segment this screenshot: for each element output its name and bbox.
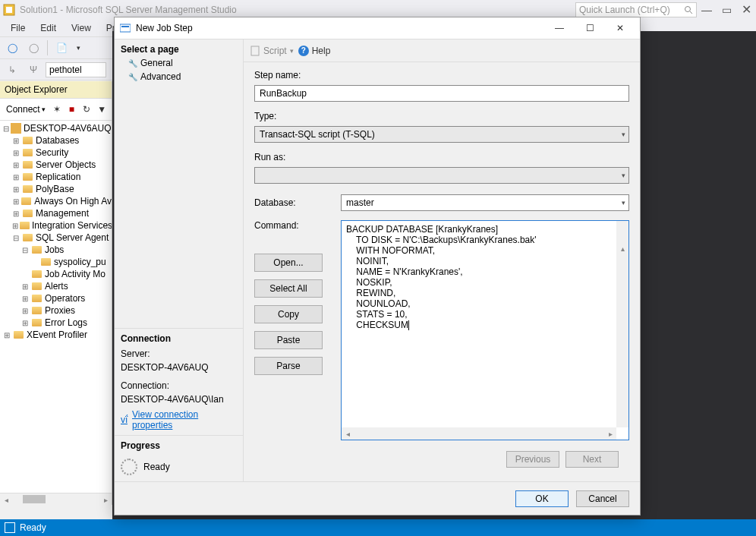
svg-line-3 [690, 11, 692, 14]
expand-icon[interactable]: ⊞ [21, 295, 29, 303]
stop-icon[interactable]: ■ [65, 101, 79, 118]
collapse-icon[interactable]: ⊟ [3, 125, 9, 133]
status-icon [5, 522, 15, 533]
dialog-maximize-button[interactable]: ☐ [575, 18, 605, 38]
tree-node[interactable]: Job Activity Mo [0, 268, 112, 280]
progress-status: Ready [143, 462, 170, 472]
scroll-left-icon[interactable]: ◂ [0, 493, 12, 506]
expand-icon[interactable]: ⊞ [12, 210, 20, 218]
command-textarea[interactable]: BACKUP DATABASE [KrankyKranes] TO DISK =… [341, 220, 629, 440]
horizontal-scrollbar[interactable]: ◂ ▸ [0, 493, 112, 505]
expand-icon[interactable]: ⊞ [12, 185, 20, 194]
expand-icon[interactable]: ⊞ [12, 173, 20, 181]
expand-icon[interactable]: ⊞ [12, 222, 18, 230]
expand-icon[interactable]: ⊞ [21, 307, 29, 315]
next-button[interactable]: Next [565, 451, 619, 468]
chevron-down-icon: ▾ [622, 131, 625, 138]
vertical-scrollbar[interactable]: ▴ [616, 221, 628, 427]
main-title: Solution1 - Microsoft SQL Server Managem… [20, 5, 237, 15]
tree-node[interactable]: syspolicy_pu [0, 256, 112, 268]
script-button[interactable]: Script ▾ [250, 46, 294, 56]
scroll-right-icon[interactable]: ▸ [99, 493, 112, 506]
tree-node[interactable]: ⊞Databases [0, 134, 112, 147]
database-selector-input[interactable] [46, 62, 106, 77]
runas-combo[interactable]: ▾ [254, 167, 629, 184]
scroll-right-icon[interactable]: ▸ [604, 427, 616, 440]
open-button[interactable]: Open... [254, 254, 323, 272]
tree-node-xevent[interactable]: ⊞ XEvent Profiler [0, 329, 112, 341]
expand-icon[interactable]: ⊟ [21, 246, 29, 254]
ok-button[interactable]: OK [515, 490, 569, 507]
help-button[interactable]: ? Help [298, 46, 331, 56]
expand-icon[interactable]: ⊞ [12, 161, 20, 169]
step-name-input[interactable] [254, 85, 629, 102]
fork-icon[interactable]: Ψ [24, 61, 43, 78]
tree-node[interactable]: ⊟Jobs [0, 244, 112, 256]
tree-node[interactable]: ⊞Management [0, 207, 112, 219]
scrollbar-thumb[interactable] [23, 495, 46, 503]
page-advanced[interactable]: 🔧Advanced [115, 70, 243, 84]
scroll-left-icon[interactable]: ◂ [342, 427, 354, 440]
folder-icon [30, 281, 43, 292]
view-connection-link[interactable]: vḯView connection properties [121, 406, 237, 430]
cancel-button[interactable]: Cancel [576, 490, 629, 507]
expand-icon[interactable]: ⊞ [12, 197, 19, 206]
expand-icon[interactable]: ⊞ [12, 137, 20, 145]
menu-file[interactable]: File [3, 21, 33, 35]
expand-icon[interactable]: ⊞ [12, 149, 20, 157]
folder-icon [21, 208, 33, 219]
tree-node[interactable]: ⊞PolyBase [0, 183, 112, 195]
database-combo[interactable]: master▾ [341, 194, 629, 211]
toolbar-dropdown-icon[interactable]: ▾ [74, 39, 83, 56]
object-explorer-tree[interactable]: ⊟ DESKTOP-4AV6AUQ (SQ ⊞Databases⊞Securit… [0, 121, 112, 342]
disconnect-icon[interactable]: ✶ [50, 101, 64, 118]
dialog-sidebar: Select a page 🔧General 🔧Advanced Connect… [115, 39, 244, 481]
tree-node[interactable]: ⊞Replication [0, 171, 112, 183]
nav-back-button[interactable]: ◯ [3, 39, 21, 56]
expand-icon[interactable]: ⊞ [3, 331, 11, 339]
tree-node[interactable]: ⊞Error Logs [0, 317, 112, 329]
close-button[interactable]: ✕ [736, 0, 756, 20]
tree-node[interactable]: ⊞Alerts [0, 280, 112, 292]
tree-node[interactable]: ⊞Integration Services [0, 219, 112, 232]
dialog-close-button[interactable]: ✕ [605, 18, 635, 38]
filter-icon[interactable]: ▼ [95, 101, 109, 118]
tree-node[interactable]: ⊞Proxies [0, 304, 112, 317]
quick-launch-input[interactable]: Quick Launch (Ctrl+Q) [575, 2, 697, 17]
object-explorer: Object Explorer Connect▾ ✶ ■ ↻ ▼ ⊟ DESKT… [0, 81, 112, 505]
tree-node[interactable]: ⊞Security [0, 147, 112, 159]
tree-node[interactable]: ⊞Always On High Av [0, 195, 112, 207]
horizontal-scrollbar[interactable]: ◂ ▸ [342, 427, 616, 440]
previous-button[interactable]: Previous [506, 451, 559, 468]
progress-body: Ready [115, 452, 243, 481]
script-icon [250, 46, 260, 56]
select-all-button[interactable]: Select All [254, 279, 323, 298]
tree-node[interactable]: ⊟SQL Server Agent [0, 232, 112, 244]
connect-button[interactable]: Connect▾ [3, 102, 49, 116]
minimize-button[interactable]: — [697, 0, 717, 20]
page-general[interactable]: 🔧General [115, 56, 243, 70]
text-caret [408, 320, 409, 330]
dialog-minimize-button[interactable]: — [544, 18, 575, 38]
expand-icon[interactable]: ⊞ [21, 319, 29, 327]
refresh-icon[interactable]: ↻ [80, 101, 93, 118]
nav-fwd-button[interactable]: ◯ [24, 39, 43, 56]
expand-icon[interactable]: ⊞ [21, 282, 29, 291]
parse-button[interactable]: Parse [254, 357, 323, 375]
tree-node[interactable]: ⊞Server Objects [0, 159, 112, 171]
scroll-up-icon[interactable]: ▴ [616, 242, 628, 254]
copy-button[interactable]: Copy [254, 305, 323, 323]
new-query-button[interactable]: 📄 [52, 39, 71, 56]
tree-root[interactable]: ⊟ DESKTOP-4AV6AUQ (SQ [0, 122, 112, 134]
expand-icon[interactable]: ⊟ [12, 234, 20, 242]
dialog-icon [119, 22, 131, 34]
menu-edit[interactable]: Edit [33, 21, 64, 35]
menu-view[interactable]: View [64, 21, 99, 35]
tree-node[interactable]: ⊞Operators [0, 292, 112, 304]
new-job-step-dialog: New Job Step — ☐ ✕ Select a page 🔧Genera… [114, 17, 641, 516]
server-value: DESKTOP-4AV6AUQ [121, 361, 237, 374]
maximize-button[interactable]: ▭ [717, 0, 736, 20]
type-combo[interactable]: Transact-SQL script (T-SQL)▾ [254, 126, 629, 143]
tree-icon[interactable]: ↳ [3, 61, 21, 78]
paste-button[interactable]: Paste [254, 331, 323, 349]
